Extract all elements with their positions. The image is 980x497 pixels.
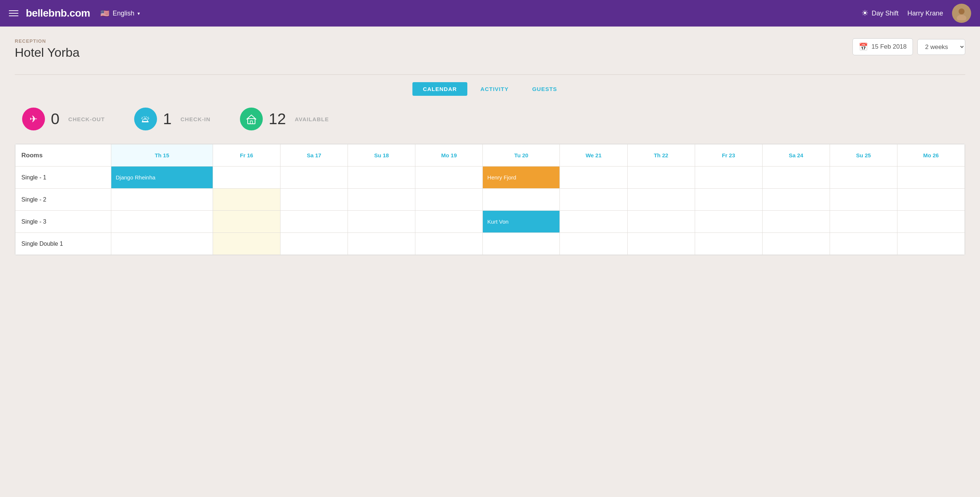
language-selector[interactable]: 🇺🇸 English ▾ — [100, 9, 140, 18]
checkin-count: 1 — [163, 110, 171, 128]
tab-guests[interactable]: GUESTS — [522, 82, 568, 96]
checkout-count: 0 — [51, 110, 59, 128]
cell-single1-fr16 — [213, 167, 280, 189]
cell-single2-sa24 — [762, 189, 830, 211]
date-picker[interactable]: 📅 15 Feb 2018 — [853, 38, 913, 55]
main-header: bellebnb.com 🇺🇸 English ▾ ☀ Day Shift Ha… — [0, 0, 980, 27]
cell-single3-fr16 — [213, 211, 280, 233]
cell-single1-th22 — [627, 167, 695, 189]
stat-checkin: 🛎 1 CHECK-IN — [134, 108, 210, 130]
checkin-label: CHECK-IN — [181, 116, 210, 122]
cell-single2-th22 — [627, 189, 695, 211]
col-fr23: Fr 23 — [695, 144, 762, 167]
breadcrumb: RECEPTION — [15, 38, 80, 44]
header-right: ☀ Day Shift Harry Krane — [861, 4, 971, 23]
col-sa17: Sa 17 — [280, 144, 348, 167]
stat-available: 12 AVAILABLE — [240, 108, 329, 130]
col-tu20: Tu 20 — [483, 144, 560, 167]
tab-activity[interactable]: ACTIVITY — [470, 82, 519, 96]
top-row: RECEPTION Hotel Yorba 📅 15 Feb 2018 2 we… — [15, 38, 965, 68]
cell-single2-su25 — [830, 189, 897, 211]
flag-icon: 🇺🇸 — [100, 9, 110, 18]
cell-sd1-we21 — [560, 233, 627, 255]
shift-label: Day Shift — [872, 10, 899, 17]
col-th15: Th 15 — [111, 144, 213, 167]
booking-django[interactable]: Django Rheinha — [111, 167, 213, 188]
menu-button[interactable] — [9, 10, 18, 16]
table-row: Single - 3 Kurt Von — [16, 211, 965, 233]
chevron-down-icon: ▾ — [137, 11, 140, 16]
cell-sd1-fr16 — [213, 233, 280, 255]
avatar[interactable] — [952, 4, 971, 23]
cell-single3-th22 — [627, 211, 695, 233]
col-sa24: Sa 24 — [762, 144, 830, 167]
cell-sd1-mo19 — [415, 233, 483, 255]
col-fr16: Fr 16 — [213, 144, 280, 167]
calendar-header-row: Rooms Th 15 Fr 16 Sa 17 Su 18 Mo 19 Tu 2… — [16, 144, 965, 167]
cell-single1-sa24 — [762, 167, 830, 189]
table-row: Single - 1 Django Rheinha Henry Fjord — [16, 167, 965, 189]
divider — [15, 75, 965, 75]
room-single-double-1: Single Double 1 — [16, 233, 111, 255]
svg-point-1 — [957, 15, 966, 20]
weeks-select[interactable]: 2 weeks 1 week 4 weeks — [917, 39, 965, 55]
cell-single1-fr23 — [695, 167, 762, 189]
cell-sd1-su18 — [348, 233, 415, 255]
stat-checkout: ✈ 0 CHECK-OUT — [22, 108, 105, 130]
cell-single3-th15 — [111, 211, 213, 233]
col-th22: Th 22 — [627, 144, 695, 167]
svg-point-0 — [959, 8, 964, 14]
booking-henry[interactable]: Henry Fjord — [483, 167, 560, 188]
cell-sd1-su25 — [830, 233, 897, 255]
cell-single2-su18 — [348, 189, 415, 211]
cell-single2-mo19 — [415, 189, 483, 211]
cell-single1-sa17 — [280, 167, 348, 189]
cell-single1-th15[interactable]: Django Rheinha — [111, 167, 213, 189]
col-su25: Su 25 — [830, 144, 897, 167]
cell-single3-su25 — [830, 211, 897, 233]
cell-single1-tu20[interactable]: Henry Fjord — [483, 167, 560, 189]
cell-sd1-th15 — [111, 233, 213, 255]
available-icon — [240, 108, 263, 130]
cell-single2-th15 — [111, 189, 213, 211]
cell-single3-mo26 — [897, 211, 964, 233]
room-single-1: Single - 1 — [16, 167, 111, 189]
cell-single1-mo26 — [897, 167, 964, 189]
day-shift-button[interactable]: ☀ Day Shift — [861, 8, 899, 18]
cell-single3-sa17 — [280, 211, 348, 233]
col-su18: Su 18 — [348, 144, 415, 167]
tab-calendar[interactable]: CALENDAR — [412, 82, 467, 96]
cell-single3-su18 — [348, 211, 415, 233]
cell-single3-sa24 — [762, 211, 830, 233]
tabs-row: CALENDAR ACTIVITY GUESTS — [15, 82, 965, 96]
cell-single2-tu20 — [483, 189, 560, 211]
cell-single3-fr23 — [695, 211, 762, 233]
cell-single2-we21 — [560, 189, 627, 211]
cell-sd1-mo26 — [897, 233, 964, 255]
col-mo26: Mo 26 — [897, 144, 964, 167]
col-mo19: Mo 19 — [415, 144, 483, 167]
calendar-icon: 📅 — [859, 42, 868, 51]
logo[interactable]: bellebnb.com — [26, 7, 90, 19]
cell-single2-fr16 — [213, 189, 280, 211]
cell-single2-mo26 — [897, 189, 964, 211]
cell-single3-tu20[interactable]: Kurt Von — [483, 211, 560, 233]
hotel-title: Hotel Yorba — [15, 45, 80, 60]
cell-single1-su18 — [348, 167, 415, 189]
stats-row: ✈ 0 CHECK-OUT 🛎 1 CHECK-IN 12 AVAILABLE — [15, 108, 965, 130]
cell-sd1-tu20 — [483, 233, 560, 255]
cell-single1-we21 — [560, 167, 627, 189]
cell-sd1-th22 — [627, 233, 695, 255]
cell-single1-su25 — [830, 167, 897, 189]
svg-rect-2 — [248, 119, 255, 124]
booking-kurt[interactable]: Kurt Von — [483, 211, 560, 232]
cell-single3-mo19 — [415, 211, 483, 233]
cell-single2-sa17 — [280, 189, 348, 211]
cell-sd1-sa24 — [762, 233, 830, 255]
hotel-info: RECEPTION Hotel Yorba — [15, 38, 80, 68]
user-name: Harry Krane — [907, 10, 943, 17]
available-label: AVAILABLE — [295, 116, 329, 122]
rooms-column-header: Rooms — [16, 144, 111, 167]
table-row: Single Double 1 — [16, 233, 965, 255]
cell-single3-we21 — [560, 211, 627, 233]
